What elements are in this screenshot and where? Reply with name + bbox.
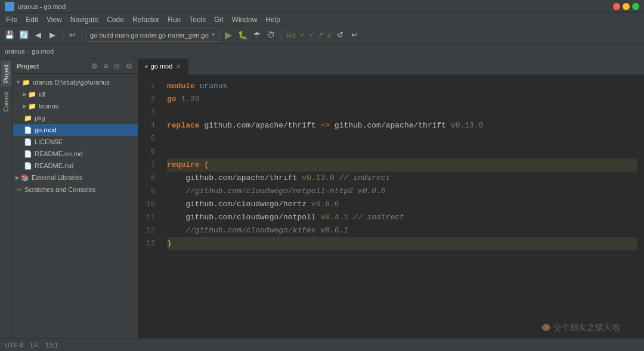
run-config-selector[interactable]: go build main.go router.go router_gen.go… <box>86 29 220 42</box>
tree-item-pkg[interactable]: 📁 pkg <box>13 112 138 124</box>
tree-item-idl[interactable]: ▶ 📁 idl <box>13 88 138 100</box>
menu-git[interactable]: Git <box>210 14 227 25</box>
undo-button[interactable]: ↩ <box>66 29 78 41</box>
menu-help[interactable]: Help <box>262 14 284 25</box>
breadcrumb-bar: uranus › go.mod <box>0 44 644 58</box>
line-num-12: 12 <box>138 224 155 237</box>
code-space <box>200 159 205 172</box>
code-line-9: //github.com/cloudwego/netpoll-http2 v0.… <box>167 185 637 198</box>
tree-item-root[interactable]: ▼ 📁 uranus D:\study\go\uranus <box>13 76 138 88</box>
code-line-13: ) <box>167 237 637 250</box>
app-icon <box>5 2 14 11</box>
tree-item-external-libs-label: External Libraries <box>32 174 83 181</box>
folder-icon: 📁 <box>22 79 30 86</box>
chevron-right-icon: ▶ <box>23 103 27 109</box>
profile-button[interactable]: ⏱ <box>265 29 277 41</box>
save-button[interactable]: 💾 <box>4 29 16 41</box>
tree-header-settings[interactable]: ⚙ <box>89 61 100 71</box>
close-button[interactable] <box>613 3 620 10</box>
tree-item-readme-label: README.md <box>35 162 73 169</box>
menu-code[interactable]: Code <box>103 14 128 25</box>
tree-item-root-label: uranus D:\study\go\uranus <box>33 79 110 86</box>
tab-gomod[interactable]: ● go.mod ✕ <box>138 59 188 74</box>
status-encoding[interactable]: UTF-8 <box>5 341 23 349</box>
menu-window[interactable]: Window <box>228 14 261 25</box>
menu-view[interactable]: View <box>43 14 66 25</box>
folder-icon: 📁 <box>28 91 36 98</box>
tree-item-kronos[interactable]: ▶ 📁 kronos <box>13 100 138 112</box>
chevron-right-icon: ▶ <box>23 91 27 97</box>
code-line-3 <box>167 106 637 119</box>
keyword-go: go <box>167 93 177 106</box>
git-arrow-up: ↗ <box>318 31 323 39</box>
tree-item-idl-label: idl <box>39 91 45 98</box>
menu-edit[interactable]: Edit <box>22 14 42 25</box>
tree-header-gear[interactable]: ⚙ <box>124 61 134 71</box>
menu-bar: File Edit View Navigate Code Refactor Ru… <box>0 13 644 26</box>
line-num-8: 8 <box>138 172 155 185</box>
debug-button[interactable]: 🐛 <box>237 29 249 41</box>
tree-item-pkg-label: pkg <box>35 114 45 122</box>
library-icon: 📚 <box>21 174 29 182</box>
separator3 <box>281 30 281 41</box>
code-space2 <box>335 172 339 185</box>
tree-item-external-libs[interactable]: ▶ 📚 External Libraries <box>13 172 138 184</box>
breadcrumb-gomod[interactable]: go.mod <box>32 48 54 55</box>
tree-item-scratches-label: Scratches and Consoles <box>24 186 95 193</box>
git-arrow-down: ↙ <box>327 31 332 39</box>
tree-item-readme-en[interactable]: 📄 README.en.md <box>13 148 138 160</box>
window-controls[interactable] <box>613 3 639 10</box>
project-tree-title: Project <box>17 63 87 70</box>
tab-close-button[interactable]: ✕ <box>175 63 182 70</box>
dep-hertz-ver: v0.6.6 <box>311 198 339 211</box>
keyword-module: module <box>167 80 195 93</box>
minimize-button[interactable] <box>623 3 630 10</box>
code-line-4: replace github.com/apache/thrift => gith… <box>167 119 637 132</box>
coverage-button[interactable]: ☂ <box>251 29 263 41</box>
code-line-12: //github.com/cloudwego/kitex v0.6.1 <box>167 224 637 237</box>
vtab-commit[interactable]: Commit <box>1 88 11 115</box>
tree-item-gomod-label: go.mod <box>35 126 57 133</box>
vtab-project[interactable]: Project <box>1 61 11 86</box>
menu-file[interactable]: File <box>2 14 21 25</box>
git-check2: ✓ <box>309 31 314 39</box>
back-button[interactable]: ◀ <box>32 29 44 41</box>
tree-item-kronos-label: kronos <box>39 102 58 110</box>
scratches-icon: ✏ <box>17 186 22 194</box>
maximize-button[interactable] <box>632 3 639 10</box>
status-line-endings[interactable]: LF <box>30 341 38 349</box>
menu-tools[interactable]: Tools <box>185 14 209 25</box>
menu-run[interactable]: Run <box>164 14 184 25</box>
menu-refactor[interactable]: Refactor <box>129 14 163 25</box>
tree-item-scratches[interactable]: ✏ Scratches and Consoles <box>13 184 138 195</box>
tree-item-readme[interactable]: 📄 README.md <box>13 160 138 172</box>
toolbar: 💾 🔄 ◀ ▶ ↩ go build main.go router.go rou… <box>0 26 644 44</box>
line-num-3: 3 <box>138 106 155 119</box>
title-text: uranus - go.mod <box>18 3 66 10</box>
code-line-6 <box>167 145 637 159</box>
tree-header-collapse[interactable]: ⊟ <box>112 61 122 71</box>
tree-header-list[interactable]: ≡ <box>102 61 110 71</box>
keyword-replace: replace <box>167 119 200 132</box>
mod-file-icon: 📄 <box>24 126 32 134</box>
line-num-7: 7 <box>138 159 155 172</box>
project-tree: Project ⚙ ≡ ⊟ ⚙ ▼ 📁 uranus D:\study\go\u… <box>13 58 138 351</box>
git-undo[interactable]: ↩ <box>349 29 361 41</box>
run-button[interactable]: ▶ <box>222 29 234 41</box>
editor-area: ● go.mod ✕ 1 2 3 4 5 6 7 8 9 10 11 12 13 <box>138 58 644 351</box>
chevron-right-icon: ▶ <box>16 175 20 181</box>
tree-item-gomod[interactable]: 📄 go.mod <box>13 124 138 136</box>
code-space <box>177 93 181 106</box>
git-refresh[interactable]: ↺ <box>335 29 346 41</box>
editor-content[interactable]: 1 2 3 4 5 6 7 8 9 10 11 12 13 module ura… <box>138 75 644 351</box>
breadcrumb-sep: › <box>27 48 30 55</box>
breadcrumb-uranus[interactable]: uranus <box>5 48 25 55</box>
forward-button[interactable]: ▶ <box>47 29 58 41</box>
dep-thrift: github.com/apache/thrift <box>167 172 302 185</box>
close-paren: ) <box>167 237 172 250</box>
sync-button[interactable]: 🔄 <box>18 29 30 41</box>
tree-item-license[interactable]: 📄 LICENSE <box>13 136 138 148</box>
code-area[interactable]: module uranus go 1.20 replace github.com… <box>160 75 644 351</box>
menu-navigate[interactable]: Navigate <box>67 14 102 25</box>
status-position: 13:1 <box>45 341 58 349</box>
